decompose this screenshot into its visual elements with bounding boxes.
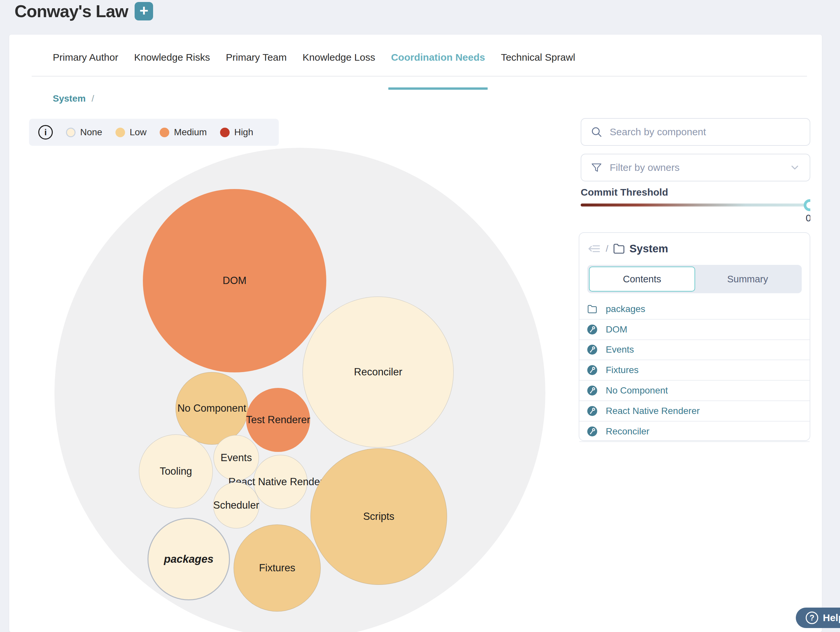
system-panel: / System Contents Summary packagesDOMEve… — [579, 232, 810, 441]
component-branch-icon — [587, 406, 597, 416]
legend-item-medium: Medium — [160, 127, 207, 137]
bubble-label: Scripts — [363, 511, 395, 522]
bubble-label: Events — [221, 452, 252, 464]
folder-icon — [587, 304, 597, 314]
bubble-label: Test Renderer — [246, 414, 311, 426]
chevron-down-icon — [789, 162, 801, 173]
plus-icon: + — [140, 3, 148, 18]
bubble-reconciler[interactable]: Reconciler — [303, 296, 454, 448]
add-button[interactable]: + — [134, 2, 153, 20]
bubble-packages[interactable]: packages — [147, 518, 230, 600]
info-icon[interactable]: i — [38, 125, 53, 140]
tab-coordination-needs[interactable]: Coordination Needs — [391, 52, 485, 76]
list-item-reconciler[interactable]: Reconciler — [579, 422, 810, 442]
component-branch-icon — [587, 345, 597, 355]
bubble-label: DOM — [223, 275, 246, 287]
contents-list: packagesDOMEventsFixturesNo ComponentRea… — [579, 299, 810, 442]
filter-placeholder: Filter by owners — [610, 162, 782, 173]
bubble-label: Fixtures — [259, 562, 295, 574]
tab-summary-label: Summary — [727, 274, 768, 285]
list-item-label: React Native Renderer — [606, 406, 700, 416]
breadcrumb: System / — [53, 93, 94, 104]
component-branch-icon — [587, 427, 597, 437]
tab-primary-team[interactable]: Primary Team — [226, 52, 287, 76]
component-search[interactable] — [581, 118, 810, 146]
breadcrumb-separator: / — [92, 93, 94, 104]
folder-icon — [613, 243, 625, 255]
list-item-label: Reconciler — [606, 426, 649, 437]
list-item-label: No Component — [606, 385, 668, 396]
list-item-events[interactable]: Events — [579, 340, 810, 361]
active-tab-underline — [388, 87, 488, 90]
legend-items: NoneLowMediumHigh — [66, 127, 253, 137]
bubble-scripts[interactable]: Scripts — [311, 448, 447, 585]
app-header: Conway's Law + — [14, 1, 153, 21]
tab-contents[interactable]: Contents — [589, 266, 695, 292]
tab-summary[interactable]: Summary — [695, 266, 800, 292]
search-icon — [591, 126, 602, 138]
list-item-packages[interactable]: packages — [579, 299, 810, 320]
legend-dot-low — [115, 128, 125, 137]
bubble-react-native-renderer[interactable]: React Native Renderer — [253, 455, 308, 509]
breadcrumb-system-link[interactable]: System — [53, 93, 86, 104]
legend-item-high: High — [220, 127, 253, 137]
tab-label: Coordination Needs — [391, 52, 485, 63]
list-item-react-native-renderer[interactable]: React Native Renderer — [579, 401, 810, 422]
legend-dot-none — [66, 128, 76, 137]
list-item-no-component[interactable]: No Component — [579, 381, 810, 401]
bubble-label: Scheduler — [213, 500, 259, 511]
legend-label: Medium — [174, 127, 207, 137]
tab-knowledge-risks[interactable]: Knowledge Risks — [134, 52, 210, 76]
legend-dot-medium — [160, 128, 169, 137]
slider-value: 0 — [806, 213, 810, 224]
bubble-events[interactable]: Events — [213, 435, 259, 481]
help-button[interactable]: ? Help — [796, 608, 840, 628]
legend-item-none: None — [66, 127, 102, 137]
bubble-label: packages — [164, 553, 213, 565]
list-item-label: Events — [606, 344, 634, 355]
page-title: Conway's Law — [14, 1, 128, 21]
panel-tabs: Contents Summary — [587, 265, 802, 293]
bubble-no-component[interactable]: No Component — [175, 372, 248, 444]
panel-path-separator: / — [606, 243, 608, 254]
tab-label: Primary Team — [226, 52, 287, 63]
component-branch-icon — [587, 386, 597, 396]
tab-contents-label: Contents — [623, 274, 661, 285]
component-branch-icon — [587, 365, 597, 375]
slider-track[interactable] — [581, 203, 810, 206]
tab-label: Knowledge Risks — [134, 52, 210, 63]
tab-technical-sprawl[interactable]: Technical Sprawl — [501, 52, 575, 76]
legend-item-low: Low — [115, 127, 147, 137]
tab-label: Knowledge Loss — [303, 52, 375, 63]
slider-thumb[interactable] — [804, 199, 810, 211]
system-panel-header: / System — [579, 233, 810, 255]
panel-title: System — [630, 243, 668, 255]
bubble-tooling[interactable]: Tooling — [139, 434, 213, 508]
tab-primary-author[interactable]: Primary Author — [53, 52, 118, 76]
coordination-legend: i NoneLowMediumHigh — [29, 119, 279, 146]
tab-label: Primary Author — [53, 52, 118, 63]
question-mark-icon: ? — [806, 612, 818, 624]
search-input[interactable] — [610, 126, 801, 137]
bubble-test-renderer[interactable]: Test Renderer — [246, 388, 310, 452]
help-label: Help — [823, 612, 840, 623]
list-item-label: Fixtures — [606, 365, 639, 375]
legend-label: High — [234, 127, 253, 137]
bubble-label: Reconciler — [354, 366, 402, 378]
bubble-dom[interactable]: DOM — [143, 189, 326, 372]
legend-dot-high — [220, 128, 230, 137]
collapse-back-icon[interactable] — [587, 242, 601, 255]
list-item-dom[interactable]: DOM — [579, 320, 810, 340]
list-item-fixtures[interactable]: Fixtures — [579, 360, 810, 381]
tab-knowledge-loss[interactable]: Knowledge Loss — [303, 52, 375, 76]
legend-label: None — [80, 127, 102, 137]
bubble-fixtures[interactable]: Fixtures — [234, 525, 321, 612]
bubble-label: No Component — [177, 402, 246, 414]
component-branch-icon — [587, 325, 597, 334]
list-item-label: DOM — [606, 324, 627, 335]
tab-bar: Primary AuthorKnowledge RisksPrimary Tea… — [32, 43, 807, 77]
filter-funnel-icon — [591, 162, 602, 173]
bubble-scheduler[interactable]: Scheduler — [213, 482, 259, 528]
owner-filter[interactable]: Filter by owners — [581, 154, 810, 181]
bubble-label: Tooling — [160, 465, 192, 477]
